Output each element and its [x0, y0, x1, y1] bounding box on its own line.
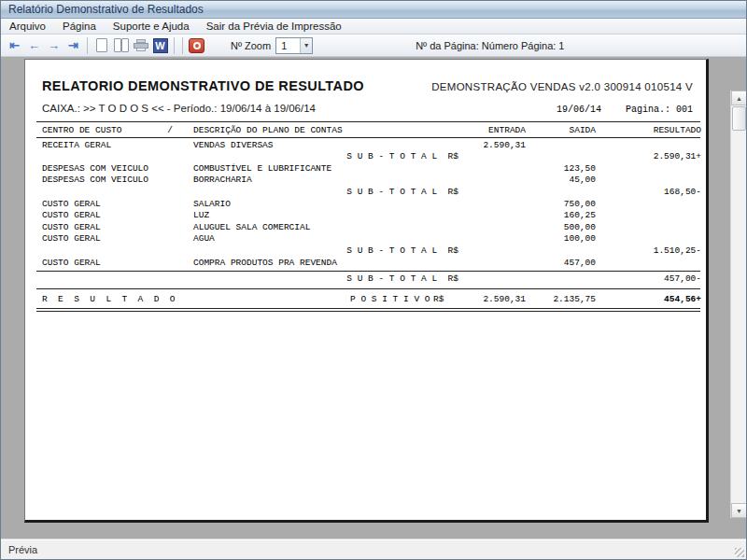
zoom-value: 1: [276, 40, 300, 51]
descricao-cell: SALARIO: [193, 199, 423, 211]
result-currency: R$: [433, 294, 444, 304]
app-window: Relatório Demonstrativo de Resultados Ar…: [0, 0, 747, 560]
print-button[interactable]: [132, 36, 149, 54]
menu-pagina[interactable]: Página: [54, 20, 105, 33]
chevron-down-icon[interactable]: ▼: [300, 38, 312, 53]
descricao-cell: COMPRA PRODUTOS PRA REVENDA: [193, 258, 423, 270]
resultado-cell: 168,50-: [596, 187, 701, 199]
report-date: 19/06/14: [557, 105, 601, 115]
status-text: Prévia: [8, 544, 37, 555]
result-saida: 2.135,75: [553, 294, 596, 304]
menu-suporte-e-ajuda[interactable]: Suporte e Ajuda: [105, 20, 198, 33]
resultado-cell: [596, 163, 701, 175]
toolbar: ⇤ ← → ⇥ W Nº Zoom 1 ▼ Nº da Página: Núme…: [1, 35, 746, 57]
menu-sair-da-previa[interactable]: Sair da Prévia de Impressão: [198, 20, 350, 33]
column-header-descricao: DESCRIÇÃO DO PLANO DE CONTAS: [193, 125, 423, 137]
next-page-button[interactable]: →: [45, 36, 63, 54]
export-pdf-button[interactable]: [188, 36, 205, 54]
entrada-cell: [423, 199, 526, 211]
column-header-centro: CENTRO DE CUSTO /: [42, 125, 193, 137]
column-header-saida: SAIDA: [526, 125, 596, 137]
zoom-select[interactable]: 1 ▼: [275, 37, 313, 54]
result-label: R E S U L T A D O: [42, 294, 176, 304]
column-header-entrada: ENTRADA: [423, 125, 526, 137]
descricao-cell: AGUA: [193, 233, 423, 245]
double-divider-line: [36, 308, 700, 312]
scrollbar-thumb[interactable]: [732, 106, 746, 131]
resultado-cell: [596, 199, 701, 211]
centro-cell: CUSTO GERAL: [42, 199, 193, 211]
two-pages-icon: [114, 38, 129, 52]
table-row: RECEITA GERALVENDAS DIVERSAS2.590,31: [25, 140, 706, 152]
subtotal-row: S U B - T O T A L R$168,50-: [25, 187, 706, 199]
resize-grip-icon[interactable]: [735, 548, 744, 557]
toolbar-separator: [87, 37, 88, 54]
report-filter-row: CAIXA.: >> T O D O S << - Período.: 19/0…: [25, 93, 706, 115]
centro-cell: CUSTO GERAL: [42, 222, 193, 234]
column-header-resultado: RESULTADO: [596, 125, 701, 137]
table-row: CUSTO GERALCOMPRA PRODUTOS PRA REVENDA45…: [25, 258, 706, 270]
saida-cell: 750,00: [526, 199, 596, 211]
subtotal-label: S U B - T O T A L R$: [229, 273, 458, 286]
entrada-cell: [423, 222, 526, 234]
export-word-button[interactable]: W: [151, 36, 169, 54]
print-icon: [134, 39, 148, 51]
saida-cell: [526, 140, 596, 152]
centro-cell: RECEITA GERAL: [42, 140, 193, 152]
descricao-cell: COMBUSTÍVEL E LUBRIFICANTE: [193, 163, 423, 175]
subtotal-label: S U B - T O T A L R$: [229, 151, 458, 163]
status-bar: Prévia: [1, 539, 746, 559]
resultado-cell: [596, 233, 701, 245]
two-page-view-button[interactable]: [112, 36, 130, 54]
menu-bar: Arquivo Página Suporte e Ajuda Sair da P…: [1, 19, 746, 35]
resultado-cell: [596, 175, 701, 187]
saida-cell: 45,00: [526, 175, 596, 187]
report-subtitle: DEMONSTRAÇÃO VENDAS v2.0 300914 010514 V: [431, 81, 693, 92]
centro-cell: CUSTO GERAL: [42, 210, 193, 222]
report-filter-line: CAIXA.: >> T O D O S << - Período.: 19/0…: [42, 103, 316, 114]
last-page-icon: ⇥: [68, 39, 78, 51]
previous-page-button[interactable]: ←: [25, 36, 43, 54]
entrada-cell: 2.590,31: [423, 140, 526, 152]
table-row: CUSTO GERALSALARIO750,00: [25, 199, 706, 211]
table-row: CUSTO GERALAGUA100,00: [25, 233, 706, 245]
centro-cell: CUSTO GERAL: [42, 233, 193, 245]
next-page-icon: →: [48, 39, 60, 51]
window-title: Relatório Demonstrativo de Resultados: [8, 3, 204, 16]
page-info-label: Nº da Página: Número Página: 1: [416, 40, 564, 51]
subtotal-label: S U B - T O T A L R$: [229, 245, 458, 258]
descricao-cell: VENDAS DIVERSAS: [193, 140, 423, 152]
subtotal-row: S U B - T O T A L R$457,00-: [25, 273, 706, 286]
report-title: RELATORIO DEMONSTRATIVO DE RESULTADO: [42, 78, 364, 93]
column-header-slash: /: [167, 125, 173, 137]
zoom-label: Nº Zoom: [231, 40, 271, 51]
last-page-button[interactable]: ⇥: [64, 36, 82, 54]
saida-cell: 500,00: [526, 222, 596, 234]
saida-cell: 100,00: [526, 233, 596, 245]
divider-line: [36, 121, 700, 122]
menu-arquivo[interactable]: Arquivo: [1, 20, 54, 33]
resultado-cell: [596, 210, 701, 222]
resultado-cell: 1.510,25-: [596, 245, 701, 258]
centro-cell: CUSTO GERAL: [42, 258, 193, 270]
single-page-icon: [96, 38, 107, 52]
vertical-scrollbar[interactable]: ▲ ▼: [730, 91, 746, 518]
toolbar-separator: [182, 37, 183, 54]
table-row: DESPESAS COM VEICULOCOMBUSTÍVEL E LUBRIF…: [25, 163, 706, 175]
resultado-cell: [596, 258, 701, 270]
table-row: CUSTO GERALALUGUEL SALA COMERCIAL500,00: [25, 222, 706, 234]
divider-line: [36, 271, 700, 272]
scroll-up-button[interactable]: ▲: [731, 91, 747, 105]
scroll-down-button[interactable]: ▼: [731, 503, 747, 518]
report-rows: RECEITA GERALVENDAS DIVERSAS2.590,31S U …: [25, 140, 706, 286]
subtotal-row: S U B - T O T A L R$1.510,25-: [25, 245, 706, 258]
first-page-button[interactable]: ⇤: [6, 36, 23, 54]
single-page-view-button[interactable]: [92, 36, 110, 54]
entrada-cell: [423, 163, 526, 175]
report-page-number: Pagina.: 001: [626, 105, 693, 115]
resultado-cell: 2.590,31+: [596, 151, 701, 163]
result-resultado: 454,56+: [664, 294, 701, 304]
subtotal-label: S U B - T O T A L R$: [229, 187, 458, 199]
result-status: P O S I T I V O: [350, 294, 430, 304]
saida-cell: 123,50: [526, 163, 596, 175]
